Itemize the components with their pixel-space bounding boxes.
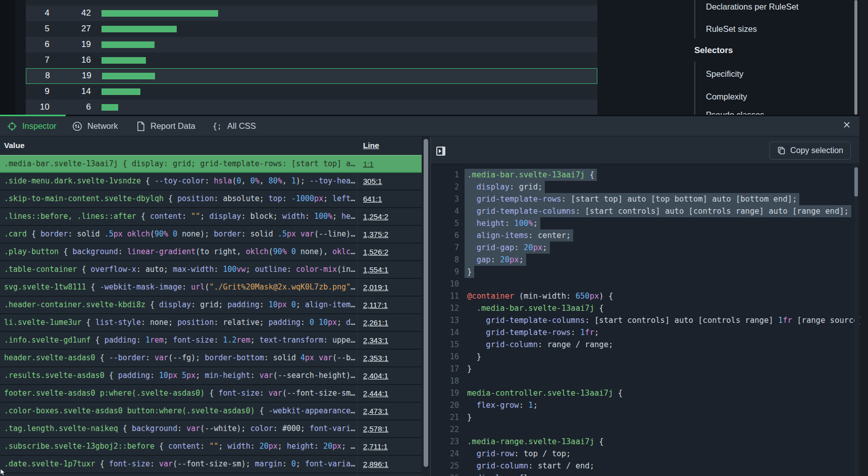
line-link[interactable]: 2,353:1	[357, 350, 388, 366]
line-number: 7	[431, 242, 459, 254]
tab-network[interactable]: Network	[72, 116, 118, 136]
chart-row[interactable]: 106	[26, 100, 597, 115]
line-link[interactable]: 305:1	[357, 173, 382, 189]
line-link[interactable]: 1,254:2	[357, 208, 388, 225]
line-number: 10	[431, 278, 459, 290]
value-table-scrollbar-thumb[interactable]	[424, 139, 428, 467]
code-line: 5 height: 100%;	[431, 217, 860, 229]
table-row[interactable]: .table-container { overflow-x: auto; max…	[0, 261, 422, 279]
line-link[interactable]: 2,261:1	[357, 314, 388, 331]
code-line: 9}	[431, 266, 860, 278]
panel-content: Value Line .media-bar.svelte-13aai7j { d…	[0, 136, 859, 476]
line-link[interactable]: 2,343:1	[357, 332, 388, 349]
sidebar-item[interactable]: Declarations per RuleSet	[706, 2, 798, 12]
code-line-text: @container (min-width: 650px) {	[467, 292, 613, 301]
chart-row[interactable]: 914	[26, 84, 597, 100]
chart-row-label: 9	[26, 86, 49, 97]
network-icon	[72, 121, 82, 131]
close-icon[interactable]	[843, 121, 850, 128]
line-link[interactable]: 1:1	[357, 156, 374, 172]
sidebar-item[interactable]: RuleSet sizes	[706, 24, 757, 34]
code-line: 25 grid-column: start / end;	[431, 460, 860, 472]
line-link[interactable]: 1,554:1	[357, 261, 388, 278]
value-cell: .links.svelte-asdas0 { display: flex; ga…	[0, 473, 357, 476]
line-link[interactable]: 1,526:2	[357, 244, 388, 260]
tab-inspector[interactable]: Inspector	[7, 116, 57, 136]
code-line: 7 grid-gap: 20px;	[431, 242, 860, 254]
code-line-text: }	[467, 267, 474, 276]
chart-row-count: 19	[49, 39, 91, 50]
sidebar-item[interactable]: Complexity	[706, 92, 747, 102]
code-line: 19media-controller.svelte-13aai7j {	[431, 387, 860, 399]
table-row[interactable]: header.svelte-asdas0 { --border: var(--f…	[0, 350, 422, 367]
value-table: Value Line .media-bar.svelte-13aai7j { d…	[0, 136, 422, 476]
line-link[interactable]: 2,473:1	[357, 403, 388, 419]
column-header-line[interactable]: Line	[357, 141, 379, 150]
chart-row[interactable]: 527	[26, 21, 597, 37]
line-link[interactable]: 2,711:1	[357, 438, 388, 455]
tab-all-css[interactable]: {;}All CSS	[212, 116, 256, 136]
line-link[interactable]: 3,011:1	[357, 473, 388, 476]
chart-row-label: 7	[26, 55, 49, 65]
tab-label: Inspector	[22, 121, 57, 131]
code-line-text: display: grid;	[467, 182, 545, 192]
code-line: 10	[431, 278, 860, 290]
table-row[interactable]: .lines::before, .lines::after { content:…	[0, 208, 422, 226]
tab-report-data[interactable]: Report Data	[136, 116, 195, 136]
code-scrollbar-thumb[interactable]	[854, 167, 858, 197]
chart-row[interactable]: 819	[26, 68, 597, 84]
line-number: 23	[431, 436, 459, 448]
report-data-icon	[136, 121, 145, 131]
code-line: 11@container (min-width: 650px) {	[431, 290, 860, 302]
line-link[interactable]: 1,375:2	[357, 226, 388, 243]
code-line-text: grid-template-columns: [start controls] …	[467, 316, 860, 325]
chart-row-label: 4	[26, 8, 49, 18]
line-number: 9	[431, 266, 459, 278]
chart-row[interactable]: 619	[26, 37, 597, 53]
code-line: 2 display: grid;	[431, 181, 860, 193]
table-row[interactable]: .links.svelte-asdas0 { display: flex; ga…	[0, 473, 422, 476]
line-link[interactable]: 2,578:1	[357, 420, 388, 437]
table-row[interactable]: .info.svelte-gd1unf { padding: 1rem; fon…	[0, 332, 422, 350]
copy-icon	[777, 147, 785, 155]
code-line-text: }	[467, 352, 481, 361]
chart-row-count: 42	[49, 8, 91, 18]
code-line-text: .media-range.svelte-13aai7j {	[467, 437, 604, 446]
line-link[interactable]: 2,117:1	[357, 297, 388, 313]
table-row[interactable]: svg.svelte-1tw8111 { -webkit-mask-image:…	[0, 279, 422, 297]
code-line: 16 }	[431, 351, 860, 363]
table-row[interactable]: .play-button { background: linear-gradie…	[0, 244, 422, 261]
value-cell: svg.svelte-1tw8111 { -webkit-mask-image:…	[0, 279, 357, 296]
table-row[interactable]: .results.svelte-asdas0 { padding: 10px 5…	[0, 367, 422, 385]
chart-row[interactable]: 716	[26, 53, 597, 68]
line-number: 16	[431, 351, 459, 363]
line-link[interactable]: 641:1	[357, 191, 382, 207]
table-row[interactable]: .tag.length.svelte-naikeq { background: …	[0, 420, 422, 438]
table-row[interactable]: .header-container.svelte-kbdi8z { displa…	[0, 297, 422, 314]
value-cell: .lines::before, .lines::after { content:…	[0, 208, 357, 225]
line-number: 19	[431, 387, 459, 399]
table-row[interactable]: footer.svelte-asdas0 p:where(.svelte-asd…	[0, 385, 422, 403]
table-row[interactable]: .subscribe.svelte-13gboj2::before { cont…	[0, 438, 422, 456]
copy-selection-button[interactable]: Copy selection	[770, 141, 851, 160]
value-cell: .card { border: solid .5px oklch(90% 0 n…	[0, 226, 357, 243]
chart-row[interactable]: 442	[26, 6, 597, 21]
table-row[interactable]: .color-boxes.svelte-asdas0 button:where(…	[0, 403, 422, 420]
sidebar-item[interactable]: Specificity	[706, 69, 743, 79]
table-row[interactable]: .date.svelte-1p7tuxr { font-size: var(--…	[0, 456, 422, 473]
code-line: 6 align-items: center;	[431, 229, 860, 242]
line-link[interactable]: 2,404:1	[357, 367, 388, 384]
table-row[interactable]: li.svelte-1ume3ur { list-style: none; po…	[0, 314, 422, 332]
line-link[interactable]: 2,019:1	[357, 279, 388, 296]
code-line-text: display: flex;	[467, 473, 542, 476]
line-link[interactable]: 2,896:1	[357, 456, 388, 472]
chart-row-partial[interactable]: 3	[26, 0, 597, 6]
value-cell: .side-menu.dark.svelte-1vsndze { --toy-c…	[0, 173, 357, 189]
table-row[interactable]: .card { border: solid .5px oklch(90% 0 n…	[0, 226, 422, 244]
table-row[interactable]: .media-bar.svelte-13aai7j { display: gri…	[0, 155, 422, 173]
expand-panel-icon[interactable]	[436, 147, 445, 156]
table-row[interactable]: .skip-to-main-content.svelte-dbylqh { po…	[0, 191, 422, 208]
line-link[interactable]: 2,444:1	[357, 385, 388, 402]
code-panel-header: Copy selection	[431, 136, 859, 164]
table-row[interactable]: .side-menu.dark.svelte-1vsndze { --toy-c…	[0, 173, 422, 191]
